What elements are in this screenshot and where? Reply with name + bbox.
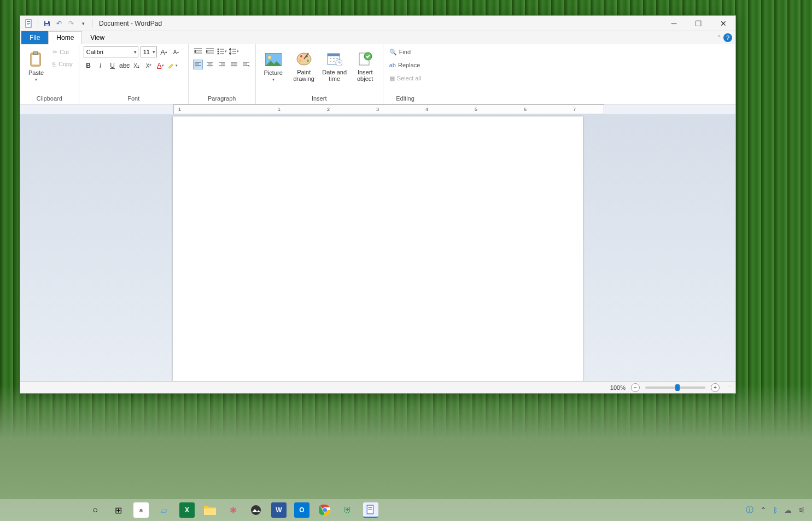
select-all-icon: ▦ <box>389 75 395 82</box>
taskbar-app-access[interactable]: a <box>133 502 149 518</box>
minimize-button[interactable]: ─ <box>662 16 686 31</box>
resize-grip-icon[interactable]: ⋰ <box>725 384 731 391</box>
svg-point-18 <box>299 60 301 62</box>
close-button[interactable]: ✕ <box>711 16 735 31</box>
title-bar[interactable]: ↶ ↷ ▾ Document - WordPad ─ ☐ ✕ <box>20 16 735 31</box>
tab-home[interactable]: Home <box>48 31 82 44</box>
selectall-label: Select all <box>397 75 422 81</box>
increase-indent-button[interactable] <box>205 46 215 56</box>
zoom-percent: 100% <box>610 384 626 391</box>
document-area[interactable] <box>20 114 735 381</box>
copy-button[interactable]: ⎘ Copy <box>51 58 74 69</box>
save-icon[interactable] <box>42 18 52 29</box>
undo-icon[interactable]: ↶ <box>54 18 65 29</box>
editing-group-label: Editing <box>388 94 423 103</box>
svg-point-15 <box>300 55 302 57</box>
ruler[interactable]: 1 1 2 3 4 5 6 7 <box>20 104 735 114</box>
align-left-button[interactable] <box>193 60 203 69</box>
svg-rect-3 <box>27 25 29 25</box>
ruler-mark: 1 <box>278 107 281 112</box>
group-paragraph: Paragraph <box>189 44 256 104</box>
underline-button[interactable]: U <box>108 61 118 71</box>
font-group-label: Font <box>84 94 184 103</box>
line-spacing-button[interactable] <box>229 46 239 56</box>
ruler-mark: 4 <box>425 107 428 112</box>
taskbar-app-chrome[interactable] <box>317 502 332 518</box>
tray-onedrive-icon[interactable]: ☁ <box>784 506 792 514</box>
scissors-icon: ✂ <box>52 49 57 56</box>
tray-bluetooth-icon[interactable]: ᛒ <box>773 506 778 514</box>
picture-label: Picture <box>264 69 283 76</box>
insert-object-button[interactable]: Insert object <box>352 46 378 86</box>
align-right-button[interactable] <box>217 60 227 69</box>
select-all-button[interactable]: ▦ Select all <box>388 73 423 84</box>
zoom-in-button[interactable]: + <box>711 383 720 392</box>
system-tray: ⓘ ⌃ ᛒ ☁ ⚟ <box>746 505 805 515</box>
bullets-button[interactable] <box>217 46 227 56</box>
italic-button[interactable]: I <box>96 61 106 71</box>
taskbar[interactable]: ○ ⊞ a ▱ X ✱ W O ⛨ ⓘ ⌃ ᛒ ☁ ⚟ <box>0 499 812 521</box>
subscript-button[interactable]: X₂ <box>132 61 142 71</box>
qat-customize-icon[interactable]: ▾ <box>78 18 89 29</box>
justify-button[interactable] <box>229 60 239 69</box>
maximize-button[interactable]: ☐ <box>686 16 711 31</box>
align-center-button[interactable] <box>205 60 215 69</box>
picture-icon <box>265 51 282 68</box>
app-icon[interactable] <box>24 18 34 29</box>
svg-rect-1 <box>27 21 30 22</box>
redo-icon[interactable]: ↷ <box>66 18 77 29</box>
paint-drawing-button[interactable]: Paint drawing <box>291 46 317 86</box>
picture-button[interactable]: Picture ▾ <box>260 46 287 86</box>
calendar-icon <box>326 50 343 68</box>
taskbar-app-wordpad[interactable] <box>363 502 378 518</box>
paste-label: Paste <box>28 69 44 76</box>
tab-view[interactable]: View <box>82 31 113 44</box>
cut-button[interactable]: ✂ Cut <box>51 46 74 57</box>
paragraph-dialog-button[interactable] <box>241 60 251 69</box>
taskbar-app-snip[interactable]: ✱ <box>225 502 241 518</box>
task-view-icon[interactable]: ⊞ <box>110 502 126 518</box>
font-name-combo[interactable]: Calibri <box>84 46 138 57</box>
datetime-label: Date and time <box>322 69 348 82</box>
zoom-slider[interactable] <box>645 387 705 389</box>
tray-wifi-icon[interactable]: ⚟ <box>798 506 805 514</box>
replace-icon: ab <box>389 62 396 68</box>
taskbar-app-photos[interactable] <box>248 502 264 518</box>
zoom-thumb[interactable] <box>675 384 680 391</box>
bold-button[interactable]: B <box>84 61 94 71</box>
svg-point-17 <box>307 60 309 62</box>
grow-font-button[interactable]: A▴ <box>159 47 169 57</box>
taskbar-app-stickynotes[interactable]: ▱ <box>156 502 172 518</box>
svg-point-9 <box>217 49 219 50</box>
taskbar-app-outlook[interactable]: O <box>294 502 309 518</box>
ruler-mark: 1 <box>178 107 181 112</box>
date-time-button[interactable]: Date and time <box>322 46 348 86</box>
tray-help-icon[interactable]: ⓘ <box>746 505 753 515</box>
font-size-combo[interactable]: 11 <box>141 46 157 57</box>
help-icon[interactable]: ? <box>723 33 732 42</box>
tray-overflow-icon[interactable]: ⌃ <box>760 506 767 514</box>
taskbar-app-word[interactable]: W <box>271 502 287 518</box>
decrease-indent-button[interactable] <box>193 46 203 56</box>
workspace: 1 1 2 3 4 5 6 7 <box>20 104 735 381</box>
collapse-ribbon-icon[interactable]: ⌃ <box>717 34 721 40</box>
taskbar-app-explorer[interactable] <box>202 502 218 518</box>
ruler-mark: 2 <box>327 107 330 112</box>
taskbar-app-excel[interactable]: X <box>179 502 195 518</box>
svg-point-25 <box>251 505 261 515</box>
highlight-button[interactable] <box>168 61 178 71</box>
group-insert: Picture ▾ Paint drawing Date and time <box>256 44 383 104</box>
shrink-font-button[interactable]: A▾ <box>171 47 181 57</box>
cortana-icon[interactable]: ○ <box>87 502 103 518</box>
clipboard-group-label: Clipboard <box>25 94 74 103</box>
replace-button[interactable]: ab Replace <box>388 60 423 71</box>
tab-file[interactable]: File <box>21 31 48 44</box>
font-color-button[interactable]: A <box>156 61 166 71</box>
document-page[interactable] <box>173 116 583 381</box>
superscript-button[interactable]: X² <box>144 61 154 71</box>
taskbar-app-security[interactable]: ⛨ <box>340 502 355 518</box>
paste-button[interactable]: Paste ▾ <box>25 46 48 86</box>
find-button[interactable]: 🔍 Find <box>388 46 423 57</box>
strikethrough-button[interactable]: abc <box>120 61 130 71</box>
zoom-out-button[interactable]: − <box>631 383 640 392</box>
